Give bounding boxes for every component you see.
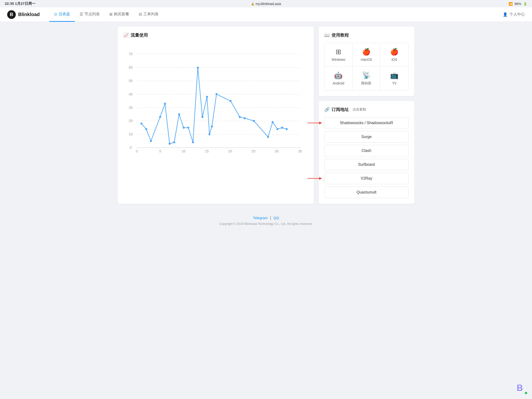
svg-point-28 [159, 116, 161, 118]
tutorial-item-router[interactable]: 📡 路由器 [353, 66, 380, 90]
chart-container: 0 10 20 30 40 50 60 70 0 5 1 [123, 43, 308, 158]
svg-text:70: 70 [129, 52, 133, 56]
svg-marker-52 [319, 121, 322, 124]
svg-text:60: 60 [129, 66, 133, 69]
shadowsocks-button[interactable]: Shadowsocks / ShadowsocksR [324, 117, 409, 129]
arrow-v2ray [308, 176, 322, 181]
nav-label-orders: 工单列表 [143, 12, 158, 17]
svg-point-37 [201, 116, 203, 118]
subscription-title: 🔗 订阅地址 点击复制 [324, 107, 409, 112]
surge-button[interactable]: Surge [324, 131, 409, 143]
battery-level: 86% [514, 2, 521, 6]
traffic-title-icon: 📈 [123, 32, 129, 38]
svg-text:15: 15 [205, 149, 209, 153]
dashboard-icon: ⊙ [54, 12, 57, 17]
logo[interactable]: B Blinkload [7, 10, 40, 19]
svg-text:35: 35 [298, 149, 302, 153]
tutorial-item-android[interactable]: 🤖 Android [325, 66, 353, 90]
tutorial-item-windows[interactable]: ⊞ Windows [325, 43, 353, 66]
user-center-label: 个人中心 [510, 12, 525, 17]
arrow-shadowsocks [308, 120, 322, 126]
svg-point-41 [215, 93, 217, 95]
tv-label: TV [392, 81, 397, 85]
svg-text:0: 0 [136, 149, 138, 153]
orders-icon: ⊟ [139, 12, 142, 17]
svg-point-43 [239, 116, 241, 118]
svg-point-29 [164, 103, 166, 105]
svg-point-50 [286, 128, 288, 130]
nav-item-plans[interactable]: ⊞ 购买套餐 [105, 7, 134, 22]
svg-text:50: 50 [129, 79, 133, 83]
user-center[interactable]: 👤 个人中心 [503, 12, 525, 17]
svg-point-35 [192, 141, 194, 143]
status-url: 🔒 my.blinkload.asia [251, 2, 281, 6]
svg-text:30: 30 [129, 106, 133, 110]
svg-point-40 [211, 126, 213, 127]
nav-item-dashboard[interactable]: ⊙ 仪表盘 [49, 7, 75, 22]
tutorial-title: 📖 使用教程 [324, 32, 409, 38]
svg-point-49 [281, 127, 283, 129]
svg-point-38 [206, 96, 208, 98]
svg-point-44 [244, 117, 246, 119]
nav-label-plans: 购买套餐 [114, 12, 129, 17]
logo-text: Blinkload [18, 12, 40, 17]
svg-point-33 [183, 127, 185, 129]
qq-link[interactable]: QQ [273, 216, 279, 220]
svg-text:25: 25 [252, 149, 255, 153]
lock-icon: 🔒 [251, 2, 254, 6]
surfboard-button[interactable]: Surfboard [324, 159, 409, 170]
nav-label-nodes: 节点列表 [84, 12, 100, 17]
battery-icon: 🔋 [523, 2, 527, 6]
svg-text:10: 10 [182, 149, 185, 153]
tutorial-card: 📖 使用教程 ⊞ Windows 🍎 macOS 🍎 iOS 🤖 [319, 26, 414, 96]
macos-label: macOS [361, 58, 372, 62]
svg-marker-54 [319, 177, 322, 180]
ios-icon: 🍎 [390, 48, 399, 56]
tutorial-title-text: 使用教程 [332, 32, 349, 38]
svg-point-39 [209, 133, 210, 135]
subscription-card: 🔗 订阅地址 点击复制 Shadowsocks / ShadowsocksR S… [319, 101, 414, 204]
navigation: B Blinkload ⊙ 仪表盘 ☰ 节点列表 ⊞ 购买套餐 ⊟ 工单列表 👤… [0, 7, 532, 22]
tutorial-item-tv[interactable]: 📺 TV [380, 66, 408, 90]
tutorial-grid: ⊞ Windows 🍎 macOS 🍎 iOS 🤖 Android 📡 [324, 43, 409, 90]
tutorial-item-ios[interactable]: 🍎 iOS [380, 43, 408, 66]
tutorial-title-icon: 📖 [324, 32, 330, 38]
svg-point-45 [253, 120, 255, 122]
svg-point-34 [187, 127, 189, 129]
subscription-subtitle: 点击复制 [353, 108, 366, 112]
android-icon: 🤖 [334, 71, 342, 79]
link-icon: 🔗 [324, 107, 330, 112]
svg-point-42 [230, 100, 232, 102]
svg-point-32 [178, 113, 180, 115]
v2ray-wrapper: V2Ray [324, 173, 409, 184]
footer-links: Telegram | QQ [5, 216, 527, 220]
windows-label: Windows [332, 58, 345, 62]
nav-items: ⊙ 仪表盘 ☰ 节点列表 ⊞ 购买套餐 ⊟ 工单列表 [49, 7, 503, 22]
svg-text:30: 30 [275, 149, 279, 153]
clash-button[interactable]: Clash [324, 145, 409, 156]
wifi-icon: 📶 [509, 2, 513, 6]
windows-icon: ⊞ [336, 48, 341, 56]
svg-point-47 [272, 121, 274, 123]
traffic-card: 📈 流量使用 0 10 20 30 40 50 60 70 [118, 26, 314, 204]
b-dot [525, 392, 527, 394]
v2ray-button[interactable]: V2Ray [324, 173, 409, 184]
svg-point-31 [173, 141, 175, 143]
router-label: 路由器 [361, 81, 371, 85]
quantumult-button[interactable]: Quantumult [324, 187, 409, 198]
traffic-title-text: 流量使用 [131, 32, 148, 38]
b-letter: B [517, 383, 523, 393]
user-icon: 👤 [503, 12, 508, 17]
telegram-link[interactable]: Telegram [253, 216, 268, 220]
traffic-title: 📈 流量使用 [123, 32, 308, 38]
svg-text:20: 20 [129, 119, 133, 123]
traffic-chart: 0 10 20 30 40 50 60 70 0 5 1 [123, 43, 308, 158]
nav-item-nodes[interactable]: ☰ 节点列表 [75, 7, 105, 22]
tutorial-item-macos[interactable]: 🍎 macOS [353, 43, 380, 66]
tv-icon: 📺 [390, 71, 399, 79]
subscription-title-text: 订阅地址 [332, 107, 349, 112]
footer: Telegram | QQ Copyright © 2019 Blinkload… [0, 209, 532, 230]
nav-item-orders[interactable]: ⊟ 工单列表 [134, 7, 163, 22]
android-label: Android [333, 81, 344, 85]
status-bar: 22:35 1月27日周一 🔒 my.blinkload.asia 📶 86% … [0, 0, 532, 7]
